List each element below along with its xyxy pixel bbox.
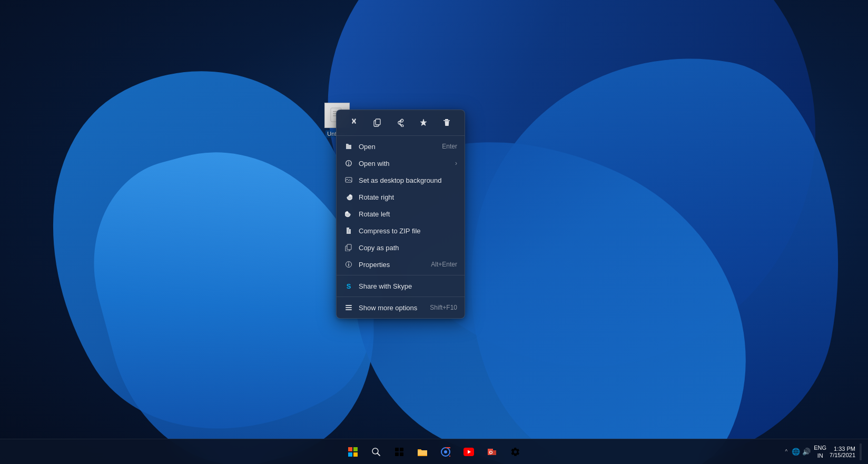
share-button[interactable]	[392, 114, 409, 131]
pin-button[interactable]	[415, 114, 432, 131]
menu-item-open[interactable]: Open Enter	[337, 138, 465, 155]
win-logo-yellow	[353, 452, 358, 457]
volume-icon[interactable]: 🔊	[802, 448, 811, 456]
menu-item-compress-zip[interactable]: Compress to ZIP file	[337, 222, 465, 239]
svg-rect-12	[346, 305, 352, 306]
svg-rect-14	[346, 309, 352, 310]
compress-zip-icon	[344, 226, 353, 235]
svg-rect-8	[347, 244, 351, 250]
menu-item-set-desktop-bg[interactable]: Set as desktop background	[337, 172, 465, 189]
menu-item-rotate-left[interactable]: Rotate left	[337, 205, 465, 222]
lang-region: IN	[814, 452, 826, 459]
chrome-icon	[441, 447, 450, 457]
share-skype-label: Share with Skype	[359, 282, 457, 290]
win-logo-blue	[348, 452, 352, 457]
set-bg-icon	[344, 175, 353, 185]
svg-rect-5	[376, 119, 380, 125]
copy-path-label: Copy as path	[359, 244, 457, 252]
settings-icon	[510, 447, 520, 457]
separator-2	[337, 297, 465, 297]
show-more-shortcut: Shift+F10	[430, 304, 457, 311]
youtube-button[interactable]	[458, 441, 479, 462]
tray-expand-button[interactable]: ^	[784, 449, 789, 455]
copy-path-icon	[344, 243, 353, 252]
rotate-left-icon	[344, 209, 353, 219]
svg-rect-10	[348, 264, 349, 266]
properties-icon	[344, 260, 353, 269]
clock-date: 7/15/2021	[830, 452, 855, 458]
svg-rect-11	[348, 262, 349, 263]
svg-text:O: O	[489, 450, 493, 455]
menu-item-open-with[interactable]: Open with ›	[337, 155, 465, 172]
file-explorer-icon	[417, 447, 428, 457]
task-view-button[interactable]	[389, 441, 410, 462]
settings-button[interactable]	[505, 441, 526, 462]
win-logo-green	[353, 447, 358, 451]
office-button[interactable]: O	[481, 441, 502, 462]
rotate-right-label: Rotate right	[359, 193, 457, 201]
menu-item-show-more[interactable]: Show more options Shift+F10	[337, 299, 465, 316]
svg-rect-20	[400, 452, 403, 456]
svg-rect-13	[346, 307, 352, 308]
show-desktop-button[interactable]	[860, 443, 862, 460]
open-with-icon	[344, 159, 353, 168]
delete-button[interactable]	[438, 114, 455, 131]
properties-label: Properties	[359, 261, 427, 269]
show-more-label: Show more options	[359, 304, 426, 312]
copy-button[interactable]	[369, 114, 386, 131]
language-indicator[interactable]: ENG IN	[814, 444, 826, 459]
taskbar: O ^ 🌐 🔊 ENG IN 1:33 PM 7/15/2021	[0, 439, 868, 464]
context-menu: Open Enter Open with › Set as desktop ba…	[336, 110, 465, 319]
search-icon	[371, 447, 381, 457]
menu-items-list: Open Enter Open with › Set as desktop ba…	[337, 136, 465, 318]
properties-shortcut: Alt+Enter	[431, 261, 457, 268]
file-explorer-button[interactable]	[412, 441, 433, 462]
cut-button[interactable]	[346, 114, 363, 131]
chrome-button[interactable]	[435, 441, 456, 462]
menu-item-rotate-right[interactable]: Rotate right	[337, 189, 465, 205]
open-with-label: Open with	[359, 160, 453, 167]
separator-1	[337, 275, 465, 275]
rotate-right-icon	[344, 192, 353, 202]
svg-point-22	[444, 450, 447, 453]
windows-logo	[348, 447, 358, 457]
skype-icon: S	[344, 281, 353, 291]
win-logo-red	[348, 447, 352, 451]
open-shortcut: Enter	[442, 143, 457, 150]
clock-time: 1:33 PM	[834, 446, 855, 452]
taskbar-center-icons: O	[342, 441, 526, 462]
set-bg-label: Set as desktop background	[359, 176, 457, 184]
menu-item-share-skype[interactable]: S Share with Skype	[337, 278, 465, 294]
youtube-icon	[463, 448, 474, 456]
system-tray: ^ 🌐 🔊 ENG IN 1:33 PM 7/15/2021	[784, 443, 862, 460]
open-with-arrow: ›	[455, 160, 457, 167]
lang-code: ENG	[814, 444, 826, 451]
tray-icons: 🌐 🔊	[792, 448, 811, 456]
open-label: Open	[359, 143, 438, 151]
show-more-icon	[344, 303, 353, 312]
search-button[interactable]	[366, 441, 387, 462]
svg-rect-18	[400, 448, 403, 451]
compress-zip-label: Compress to ZIP file	[359, 227, 457, 235]
svg-rect-19	[395, 452, 399, 456]
quick-action-bar	[337, 110, 465, 136]
rotate-left-label: Rotate left	[359, 210, 457, 218]
menu-item-copy-as-path[interactable]: Copy as path	[337, 239, 465, 256]
open-icon	[344, 142, 353, 151]
office-icon: O	[487, 447, 497, 457]
svg-rect-17	[395, 448, 399, 451]
network-icon[interactable]: 🌐	[792, 448, 800, 456]
start-button[interactable]	[342, 441, 363, 462]
menu-item-properties[interactable]: Properties Alt+Enter	[337, 256, 465, 273]
clock[interactable]: 1:33 PM 7/15/2021	[830, 446, 855, 458]
svg-line-16	[378, 453, 380, 456]
task-view-icon	[394, 447, 404, 457]
